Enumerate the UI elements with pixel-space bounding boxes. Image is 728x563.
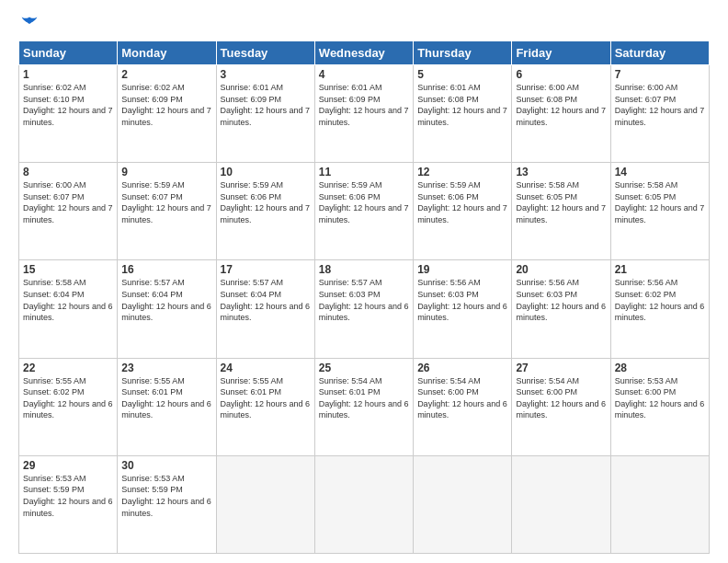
day-number: 3 [221,68,311,81]
calendar-cell: 16Sunrise: 5:57 AMSunset: 6:04 PMDayligh… [118,260,216,358]
day-detail: Sunrise: 6:01 AMSunset: 6:09 PMDaylight:… [221,83,311,127]
day-detail: Sunrise: 5:56 AMSunset: 6:03 PMDaylight:… [417,278,507,322]
calendar-cell: 4Sunrise: 6:01 AMSunset: 6:09 PMDaylight… [314,65,413,163]
calendar-cell: 5Sunrise: 6:01 AMSunset: 6:08 PMDaylight… [414,65,512,163]
day-detail: Sunrise: 5:55 AMSunset: 6:01 PMDaylight:… [221,376,311,420]
calendar-cell: 18Sunrise: 5:57 AMSunset: 6:03 PMDayligh… [314,260,413,358]
day-detail: Sunrise: 5:54 AMSunset: 6:01 PMDaylight:… [319,376,409,420]
day-number: 17 [221,263,311,276]
calendar-week-4: 22Sunrise: 5:55 AMSunset: 6:02 PMDayligh… [19,358,710,455]
day-detail: Sunrise: 5:57 AMSunset: 6:04 PMDaylight:… [121,278,211,322]
day-detail: Sunrise: 6:02 AMSunset: 6:10 PMDaylight:… [23,83,113,127]
calendar-week-2: 8Sunrise: 6:00 AMSunset: 6:07 PMDaylight… [19,163,710,260]
day-detail: Sunrise: 6:00 AMSunset: 6:07 PMDaylight:… [23,180,113,224]
day-detail: Sunrise: 5:55 AMSunset: 6:01 PMDaylight:… [121,376,211,420]
day-number: 8 [23,166,113,178]
calendar-header-tuesday: Tuesday [216,41,314,65]
day-number: 20 [516,263,606,276]
calendar-cell: 22Sunrise: 5:55 AMSunset: 6:02 PMDayligh… [19,358,118,455]
calendar-cell [216,455,314,553]
calendar-cell [314,455,413,553]
calendar-cell: 2Sunrise: 6:02 AMSunset: 6:09 PMDaylight… [118,65,216,163]
day-number: 9 [121,166,211,178]
day-number: 22 [23,362,113,374]
day-number: 6 [516,68,606,81]
day-number: 25 [319,362,409,374]
calendar-cell: 6Sunrise: 6:00 AMSunset: 6:08 PMDaylight… [512,65,610,163]
day-detail: Sunrise: 6:00 AMSunset: 6:07 PMDaylight:… [615,83,705,127]
day-number: 16 [121,263,211,276]
day-detail: Sunrise: 5:53 AMSunset: 5:59 PMDaylight:… [121,474,211,518]
day-number: 5 [417,68,507,81]
calendar-header-row: SundayMondayTuesdayWednesdayThursdayFrid… [19,41,710,65]
calendar-cell: 26Sunrise: 5:54 AMSunset: 6:00 PMDayligh… [414,358,512,455]
day-detail: Sunrise: 6:01 AMSunset: 6:09 PMDaylight:… [319,83,409,127]
logo-bird-icon [20,15,39,33]
day-detail: Sunrise: 5:58 AMSunset: 6:05 PMDaylight:… [516,180,606,224]
calendar-cell: 28Sunrise: 5:53 AMSunset: 6:00 PMDayligh… [610,358,709,455]
calendar-cell: 8Sunrise: 6:00 AMSunset: 6:07 PMDaylight… [19,163,118,260]
day-detail: Sunrise: 5:56 AMSunset: 6:02 PMDaylight:… [615,278,705,322]
page: SundayMondayTuesdayWednesdayThursdayFrid… [0,0,728,563]
calendar-header-wednesday: Wednesday [314,41,413,65]
calendar-cell: 27Sunrise: 5:54 AMSunset: 6:00 PMDayligh… [512,358,610,455]
calendar-cell: 25Sunrise: 5:54 AMSunset: 6:01 PMDayligh… [314,358,413,455]
day-number: 13 [516,166,606,178]
day-detail: Sunrise: 6:02 AMSunset: 6:09 PMDaylight:… [121,83,211,127]
calendar-week-1: 1Sunrise: 6:02 AMSunset: 6:10 PMDaylight… [19,65,710,163]
day-detail: Sunrise: 5:56 AMSunset: 6:03 PMDaylight:… [516,278,606,322]
day-number: 28 [615,362,705,374]
calendar-header-monday: Monday [118,41,216,65]
day-detail: Sunrise: 5:57 AMSunset: 6:04 PMDaylight:… [221,278,311,322]
day-number: 14 [615,166,705,178]
day-detail: Sunrise: 5:53 AMSunset: 5:59 PMDaylight:… [23,474,113,518]
calendar-cell: 29Sunrise: 5:53 AMSunset: 5:59 PMDayligh… [19,455,118,553]
calendar-cell: 17Sunrise: 5:57 AMSunset: 6:04 PMDayligh… [216,260,314,358]
day-detail: Sunrise: 5:59 AMSunset: 6:06 PMDaylight:… [221,180,311,224]
calendar-cell: 7Sunrise: 6:00 AMSunset: 6:07 PMDaylight… [610,65,709,163]
calendar-cell [512,455,610,553]
day-detail: Sunrise: 5:57 AMSunset: 6:03 PMDaylight:… [319,278,409,322]
calendar-cell: 1Sunrise: 6:02 AMSunset: 6:10 PMDaylight… [19,65,118,163]
day-detail: Sunrise: 6:00 AMSunset: 6:08 PMDaylight:… [516,83,606,127]
calendar-cell: 15Sunrise: 5:58 AMSunset: 6:04 PMDayligh… [19,260,118,358]
day-number: 29 [23,459,113,472]
day-number: 4 [319,68,409,81]
day-detail: Sunrise: 5:54 AMSunset: 6:00 PMDaylight:… [417,376,507,420]
day-number: 1 [23,68,113,81]
day-number: 27 [516,362,606,374]
day-detail: Sunrise: 5:59 AMSunset: 6:06 PMDaylight:… [319,180,409,224]
calendar-cell [414,455,512,553]
day-number: 19 [417,263,507,276]
calendar-header-sunday: Sunday [19,41,118,65]
header [18,15,710,33]
calendar-cell: 11Sunrise: 5:59 AMSunset: 6:06 PMDayligh… [314,163,413,260]
day-number: 15 [23,263,113,276]
day-number: 24 [221,362,311,374]
calendar-cell: 20Sunrise: 5:56 AMSunset: 6:03 PMDayligh… [512,260,610,358]
day-detail: Sunrise: 5:59 AMSunset: 6:06 PMDaylight:… [417,180,507,224]
day-number: 26 [417,362,507,374]
calendar-cell: 30Sunrise: 5:53 AMSunset: 5:59 PMDayligh… [118,455,216,553]
day-detail: Sunrise: 5:59 AMSunset: 6:07 PMDaylight:… [121,180,211,224]
calendar-table: SundayMondayTuesdayWednesdayThursdayFrid… [18,40,710,554]
calendar-cell: 9Sunrise: 5:59 AMSunset: 6:07 PMDaylight… [118,163,216,260]
calendar-week-5: 29Sunrise: 5:53 AMSunset: 5:59 PMDayligh… [19,455,710,553]
calendar-week-3: 15Sunrise: 5:58 AMSunset: 6:04 PMDayligh… [19,260,710,358]
day-number: 11 [319,166,409,178]
calendar-cell: 13Sunrise: 5:58 AMSunset: 6:05 PMDayligh… [512,163,610,260]
day-detail: Sunrise: 5:54 AMSunset: 6:00 PMDaylight:… [516,376,606,420]
day-detail: Sunrise: 5:53 AMSunset: 6:00 PMDaylight:… [615,376,705,420]
calendar-cell: 21Sunrise: 5:56 AMSunset: 6:02 PMDayligh… [610,260,709,358]
calendar-cell: 14Sunrise: 5:58 AMSunset: 6:05 PMDayligh… [610,163,709,260]
calendar-cell: 23Sunrise: 5:55 AMSunset: 6:01 PMDayligh… [118,358,216,455]
day-number: 2 [121,68,211,81]
calendar-cell: 24Sunrise: 5:55 AMSunset: 6:01 PMDayligh… [216,358,314,455]
calendar-cell: 12Sunrise: 5:59 AMSunset: 6:06 PMDayligh… [414,163,512,260]
logo [18,15,39,33]
day-detail: Sunrise: 5:58 AMSunset: 6:05 PMDaylight:… [615,180,705,224]
calendar-cell [610,455,709,553]
day-number: 10 [221,166,311,178]
calendar-header-thursday: Thursday [414,41,512,65]
day-detail: Sunrise: 5:55 AMSunset: 6:02 PMDaylight:… [23,376,113,420]
